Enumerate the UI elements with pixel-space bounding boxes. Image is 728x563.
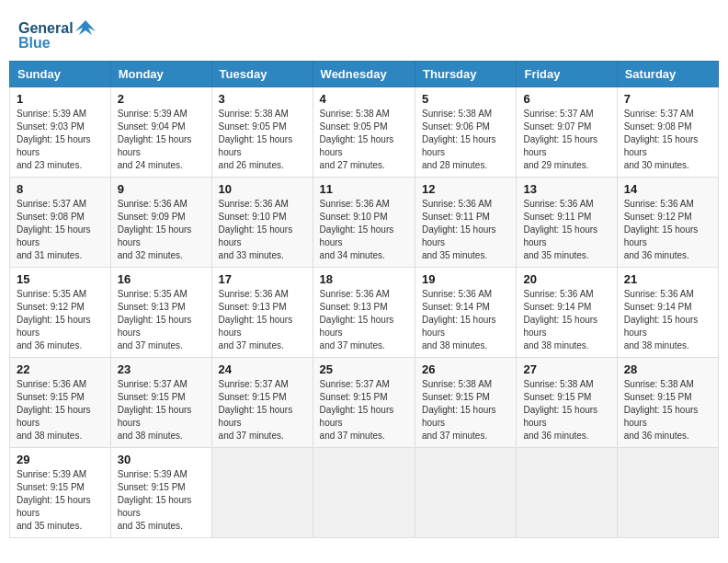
calendar-table: SundayMondayTuesdayWednesdayThursdayFrid… — [9, 61, 719, 538]
day-number: 29 — [17, 453, 104, 466]
day-number: 16 — [118, 272, 205, 286]
day-number: 21 — [624, 272, 711, 286]
day-info: Sunrise: 5:37 AMSunset: 9:07 PMDaylight:… — [523, 109, 597, 170]
day-info: Sunrise: 5:37 AMSunset: 9:08 PMDaylight:… — [17, 199, 91, 260]
day-number: 7 — [624, 92, 711, 106]
column-header-tuesday: Tuesday — [211, 62, 313, 87]
day-number: 5 — [422, 92, 509, 106]
calendar-cell: 10 Sunrise: 5:36 AMSunset: 9:10 PMDaylig… — [211, 178, 313, 268]
day-number: 14 — [624, 182, 711, 196]
day-info: Sunrise: 5:39 AMSunset: 9:04 PMDaylight:… — [118, 109, 192, 170]
day-info: Sunrise: 5:38 AMSunset: 9:05 PMDaylight:… — [219, 109, 293, 170]
day-number: 15 — [17, 272, 104, 286]
day-info: Sunrise: 5:37 AMSunset: 9:08 PMDaylight:… — [624, 109, 699, 170]
day-number: 3 — [219, 92, 306, 106]
calendar-cell: 29 Sunrise: 5:39 AMSunset: 9:15 PMDaylig… — [10, 448, 111, 538]
calendar-cell: 25 Sunrise: 5:37 AMSunset: 9:15 PMDaylig… — [313, 358, 415, 448]
calendar-cell: 5 Sunrise: 5:38 AMSunset: 9:06 PMDayligh… — [415, 87, 517, 178]
day-info: Sunrise: 5:36 AMSunset: 9:15 PMDaylight:… — [17, 379, 91, 441]
day-number: 17 — [219, 272, 306, 286]
calendar-cell — [517, 448, 617, 538]
day-info: Sunrise: 5:35 AMSunset: 9:13 PMDaylight:… — [118, 289, 192, 350]
calendar-cell: 17 Sunrise: 5:36 AMSunset: 9:13 PMDaylig… — [211, 268, 313, 358]
day-info: Sunrise: 5:35 AMSunset: 9:12 PMDaylight:… — [17, 289, 91, 350]
day-number: 1 — [17, 92, 104, 106]
day-number: 24 — [219, 362, 306, 376]
calendar-week-1: 1 Sunrise: 5:39 AMSunset: 9:03 PMDayligh… — [10, 87, 719, 178]
day-info: Sunrise: 5:36 AMSunset: 9:14 PMDaylight:… — [422, 289, 496, 350]
day-number: 9 — [118, 182, 205, 196]
day-info: Sunrise: 5:39 AMSunset: 9:15 PMDaylight:… — [118, 469, 192, 531]
calendar-cell: 18 Sunrise: 5:36 AMSunset: 9:13 PMDaylig… — [313, 268, 415, 358]
day-number: 13 — [523, 182, 609, 196]
logo-bird-icon — [75, 18, 96, 39]
calendar-cell: 3 Sunrise: 5:38 AMSunset: 9:05 PMDayligh… — [211, 87, 313, 178]
calendar-cell: 24 Sunrise: 5:37 AMSunset: 9:15 PMDaylig… — [211, 358, 313, 448]
day-number: 10 — [219, 182, 306, 196]
calendar-body: 1 Sunrise: 5:39 AMSunset: 9:03 PMDayligh… — [10, 87, 719, 538]
column-header-monday: Monday — [110, 62, 211, 87]
logo-text: General Blue — [18, 18, 96, 52]
calendar-cell: 27 Sunrise: 5:38 AMSunset: 9:15 PMDaylig… — [517, 358, 617, 448]
day-info: Sunrise: 5:37 AMSunset: 9:15 PMDaylight:… — [219, 379, 293, 441]
calendar-cell: 13 Sunrise: 5:36 AMSunset: 9:11 PMDaylig… — [517, 178, 617, 268]
calendar-cell: 4 Sunrise: 5:38 AMSunset: 9:05 PMDayligh… — [313, 87, 415, 178]
day-info: Sunrise: 5:37 AMSunset: 9:15 PMDaylight:… — [320, 379, 394, 441]
logo: General Blue — [18, 18, 96, 52]
day-number: 27 — [523, 362, 609, 376]
day-number: 20 — [523, 272, 609, 286]
day-info: Sunrise: 5:38 AMSunset: 9:15 PMDaylight:… — [422, 379, 496, 441]
day-info: Sunrise: 5:36 AMSunset: 9:11 PMDaylight:… — [422, 199, 496, 260]
calendar-cell: 2 Sunrise: 5:39 AMSunset: 9:04 PMDayligh… — [110, 87, 211, 178]
calendar-cell: 23 Sunrise: 5:37 AMSunset: 9:15 PMDaylig… — [110, 358, 211, 448]
column-header-wednesday: Wednesday — [313, 62, 415, 87]
calendar-cell: 22 Sunrise: 5:36 AMSunset: 9:15 PMDaylig… — [10, 358, 111, 448]
day-number: 26 — [422, 362, 509, 376]
day-info: Sunrise: 5:38 AMSunset: 9:15 PMDaylight:… — [624, 379, 699, 441]
day-number: 23 — [118, 362, 205, 376]
day-info: Sunrise: 5:39 AMSunset: 9:03 PMDaylight:… — [17, 109, 91, 170]
calendar-cell: 8 Sunrise: 5:37 AMSunset: 9:08 PMDayligh… — [10, 178, 111, 268]
calendar-cell: 30 Sunrise: 5:39 AMSunset: 9:15 PMDaylig… — [110, 448, 211, 538]
day-info: Sunrise: 5:38 AMSunset: 9:05 PMDaylight:… — [320, 109, 394, 170]
day-info: Sunrise: 5:36 AMSunset: 9:10 PMDaylight:… — [320, 199, 394, 260]
calendar-week-5: 29 Sunrise: 5:39 AMSunset: 9:15 PMDaylig… — [10, 448, 719, 538]
day-number: 18 — [320, 272, 408, 286]
day-info: Sunrise: 5:36 AMSunset: 9:14 PMDaylight:… — [624, 289, 699, 350]
calendar-week-4: 22 Sunrise: 5:36 AMSunset: 9:15 PMDaylig… — [10, 358, 719, 448]
calendar-cell — [313, 448, 415, 538]
calendar-cell: 20 Sunrise: 5:36 AMSunset: 9:14 PMDaylig… — [517, 268, 617, 358]
calendar-cell: 19 Sunrise: 5:36 AMSunset: 9:14 PMDaylig… — [415, 268, 517, 358]
column-header-sunday: Sunday — [10, 62, 111, 87]
day-number: 6 — [523, 92, 609, 106]
day-number: 4 — [320, 92, 408, 106]
day-info: Sunrise: 5:36 AMSunset: 9:09 PMDaylight:… — [118, 199, 192, 260]
calendar-cell: 12 Sunrise: 5:36 AMSunset: 9:11 PMDaylig… — [415, 178, 517, 268]
day-info: Sunrise: 5:36 AMSunset: 9:10 PMDaylight:… — [219, 199, 293, 260]
calendar-cell: 6 Sunrise: 5:37 AMSunset: 9:07 PMDayligh… — [517, 87, 617, 178]
day-info: Sunrise: 5:36 AMSunset: 9:14 PMDaylight:… — [523, 289, 597, 350]
day-info: Sunrise: 5:36 AMSunset: 9:13 PMDaylight:… — [320, 289, 394, 350]
day-info: Sunrise: 5:36 AMSunset: 9:13 PMDaylight:… — [219, 289, 293, 350]
calendar-week-3: 15 Sunrise: 5:35 AMSunset: 9:12 PMDaylig… — [10, 268, 719, 358]
column-header-saturday: Saturday — [617, 62, 718, 87]
day-number: 28 — [624, 362, 711, 376]
calendar-cell — [617, 448, 718, 538]
day-number: 11 — [320, 182, 408, 196]
calendar-cell: 14 Sunrise: 5:36 AMSunset: 9:12 PMDaylig… — [617, 178, 718, 268]
day-number: 2 — [118, 92, 205, 106]
calendar-week-2: 8 Sunrise: 5:37 AMSunset: 9:08 PMDayligh… — [10, 178, 719, 268]
day-info: Sunrise: 5:36 AMSunset: 9:11 PMDaylight:… — [523, 199, 597, 260]
day-number: 25 — [320, 362, 408, 376]
day-number: 12 — [422, 182, 509, 196]
calendar-cell: 1 Sunrise: 5:39 AMSunset: 9:03 PMDayligh… — [10, 87, 111, 178]
day-info: Sunrise: 5:38 AMSunset: 9:15 PMDaylight:… — [523, 379, 597, 441]
day-number: 8 — [17, 182, 104, 196]
calendar-header-row: SundayMondayTuesdayWednesdayThursdayFrid… — [10, 62, 719, 87]
calendar-cell: 21 Sunrise: 5:36 AMSunset: 9:14 PMDaylig… — [617, 268, 718, 358]
calendar-cell: 26 Sunrise: 5:38 AMSunset: 9:15 PMDaylig… — [415, 358, 517, 448]
page-header: General Blue — [9, 9, 719, 56]
calendar-cell: 28 Sunrise: 5:38 AMSunset: 9:15 PMDaylig… — [617, 358, 718, 448]
calendar-cell: 11 Sunrise: 5:36 AMSunset: 9:10 PMDaylig… — [313, 178, 415, 268]
calendar-cell: 16 Sunrise: 5:35 AMSunset: 9:13 PMDaylig… — [110, 268, 211, 358]
